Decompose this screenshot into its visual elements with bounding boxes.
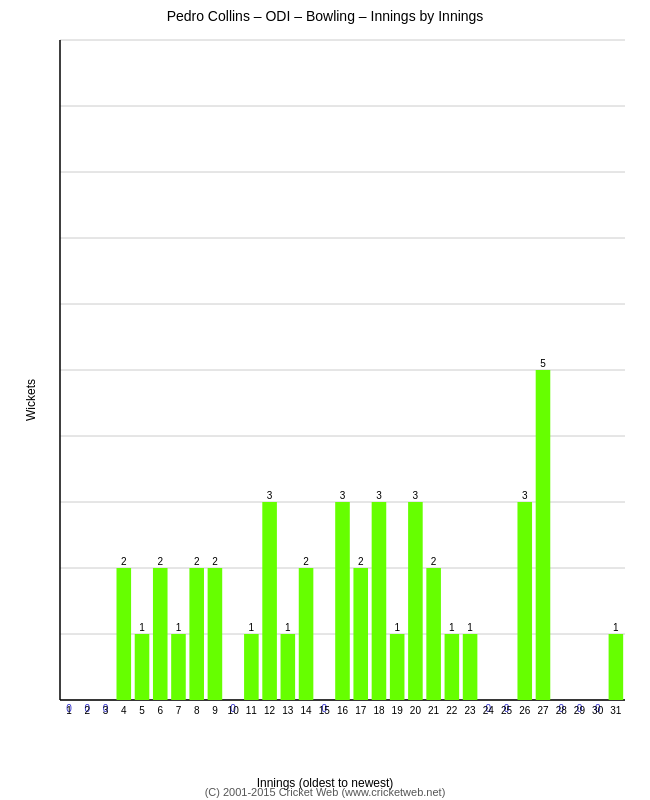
svg-text:9: 9	[212, 705, 218, 716]
svg-text:2: 2	[303, 556, 309, 567]
svg-text:26: 26	[519, 705, 531, 716]
svg-text:2: 2	[212, 556, 218, 567]
svg-text:3: 3	[103, 705, 109, 716]
svg-text:15: 15	[319, 705, 331, 716]
svg-text:27: 27	[537, 705, 549, 716]
svg-text:2: 2	[157, 556, 163, 567]
svg-text:2: 2	[431, 556, 437, 567]
svg-text:1: 1	[176, 622, 182, 633]
svg-text:5: 5	[540, 358, 546, 369]
svg-rect-92	[517, 502, 532, 700]
svg-text:2: 2	[194, 556, 200, 567]
svg-rect-104	[609, 634, 624, 700]
svg-text:7: 7	[176, 705, 182, 716]
svg-text:19: 19	[392, 705, 404, 716]
svg-text:17: 17	[355, 705, 367, 716]
svg-text:3: 3	[413, 490, 419, 501]
svg-rect-73	[390, 634, 405, 700]
svg-text:3: 3	[267, 490, 273, 501]
svg-text:21: 21	[428, 705, 440, 716]
svg-rect-79	[426, 568, 441, 700]
svg-text:2: 2	[358, 556, 364, 567]
svg-rect-36	[153, 568, 168, 700]
svg-rect-76	[408, 502, 423, 700]
svg-rect-50	[244, 634, 259, 700]
svg-text:30: 30	[592, 705, 604, 716]
svg-rect-70	[372, 502, 387, 700]
svg-text:3: 3	[376, 490, 382, 501]
svg-text:1: 1	[249, 622, 255, 633]
svg-rect-45	[208, 568, 223, 700]
svg-rect-42	[189, 568, 204, 700]
svg-text:1: 1	[66, 705, 72, 716]
svg-text:18: 18	[373, 705, 385, 716]
svg-text:6: 6	[157, 705, 163, 716]
svg-text:12: 12	[264, 705, 276, 716]
svg-text:2: 2	[85, 705, 91, 716]
svg-rect-85	[463, 634, 478, 700]
svg-text:10: 10	[228, 705, 240, 716]
chart-title: Pedro Collins – ODI – Bowling – Innings …	[0, 0, 650, 28]
svg-text:16: 16	[337, 705, 349, 716]
svg-rect-95	[536, 370, 551, 700]
svg-text:29: 29	[574, 705, 586, 716]
svg-rect-53	[262, 502, 277, 700]
svg-text:1: 1	[449, 622, 455, 633]
svg-text:3: 3	[340, 490, 346, 501]
chart-area: 0123456789100102032415261728290101113121…	[55, 35, 630, 730]
svg-rect-39	[171, 634, 186, 700]
svg-text:13: 13	[282, 705, 294, 716]
svg-text:1: 1	[394, 622, 400, 633]
svg-rect-64	[335, 502, 350, 700]
svg-text:20: 20	[410, 705, 422, 716]
svg-text:3: 3	[522, 490, 528, 501]
svg-text:1: 1	[467, 622, 473, 633]
svg-text:28: 28	[556, 705, 568, 716]
svg-text:4: 4	[121, 705, 127, 716]
svg-rect-67	[353, 568, 368, 700]
svg-text:23: 23	[465, 705, 477, 716]
svg-rect-33	[135, 634, 150, 700]
svg-text:8: 8	[194, 705, 200, 716]
footer: (C) 2001-2015 Cricket Web (www.cricketwe…	[0, 786, 650, 798]
svg-text:5: 5	[139, 705, 145, 716]
svg-text:14: 14	[300, 705, 312, 716]
svg-text:1: 1	[139, 622, 145, 633]
svg-text:1: 1	[285, 622, 291, 633]
chart-svg: 0123456789100102032415261728290101113121…	[55, 35, 630, 730]
svg-text:31: 31	[610, 705, 622, 716]
svg-text:11: 11	[246, 705, 258, 716]
y-axis-label: Wickets	[24, 379, 38, 421]
svg-rect-59	[299, 568, 314, 700]
svg-text:22: 22	[446, 705, 458, 716]
svg-rect-82	[445, 634, 460, 700]
svg-text:24: 24	[483, 705, 495, 716]
svg-text:25: 25	[501, 705, 513, 716]
chart-container: Pedro Collins – ODI – Bowling – Innings …	[0, 0, 650, 800]
svg-rect-56	[281, 634, 296, 700]
svg-text:2: 2	[121, 556, 127, 567]
svg-text:1: 1	[613, 622, 619, 633]
svg-rect-30	[117, 568, 132, 700]
